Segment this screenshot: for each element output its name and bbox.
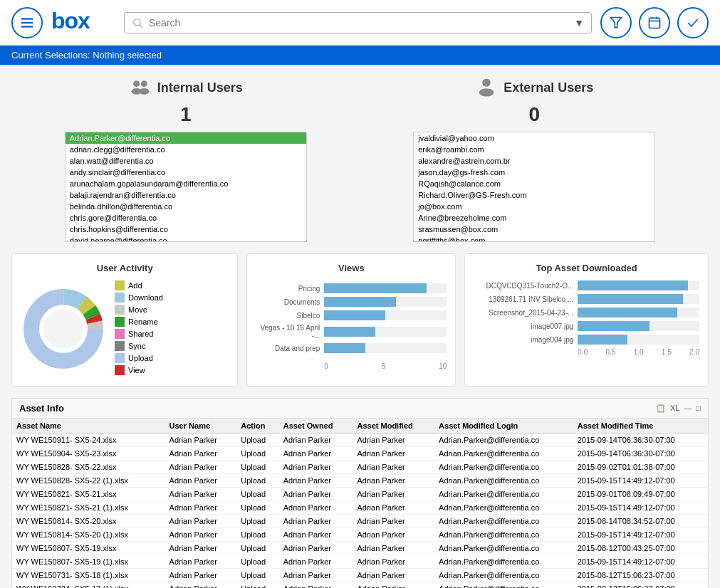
asset-bar-row: 1309261.71 INV Sibelco ... [474, 294, 699, 304]
table-row[interactable]: WY WE150904- SX5-23.xlsxAdrian ParkerUpl… [12, 447, 708, 461]
list-item[interactable]: RQaqish@calance.com [414, 178, 654, 189]
list-item[interactable]: adrian.clegg@differentia.co [66, 144, 306, 155]
table-cell: WY WE150724- SX5-17 (1).xlsx [12, 582, 165, 589]
menu-button[interactable] [11, 7, 43, 38]
asset-bar-label: DCQVCDQ315-Touch2-O... [474, 282, 573, 290]
legend-item: Move [115, 305, 163, 315]
asset-bar-track [578, 335, 699, 345]
confirm-button[interactable] [677, 7, 709, 38]
table-cell: Adrian Parker [353, 555, 435, 569]
table-row[interactable]: WY WE150911- SX5-24.xlsxAdrian ParkerUpl… [12, 434, 708, 447]
asset-bar-fill [578, 335, 627, 345]
svg-point-11 [133, 80, 140, 87]
control-minimize[interactable]: — [684, 404, 692, 413]
asset-bar-label: image007.jpg [474, 322, 573, 330]
table-row[interactable]: WY WE150807- SX5-19 (1).xlsxAdrian Parke… [12, 555, 708, 569]
table-row[interactable]: WY WE150828- SX5-22.xlsxAdrian ParkerUpl… [12, 461, 708, 474]
table-row[interactable]: WY WE150731- SX5-18 (1).xlsxAdrian Parke… [12, 569, 708, 582]
table-cell: Upload [236, 447, 279, 461]
donut-chart [21, 286, 106, 372]
search-bar: ▼ [124, 12, 592, 33]
table-cell: WY WE150807- SX5-19 (1).xlsx [12, 555, 165, 569]
list-item[interactable]: erika@roambi.com [414, 144, 654, 155]
external-users-header: External Users [475, 76, 593, 99]
table-cell: Adrian Parker [353, 542, 435, 555]
list-item[interactable]: david.pearce@differentia.co [66, 235, 306, 242]
list-item[interactable]: jvaldivial@yahoo.com [414, 132, 654, 144]
asset-table: Asset NameUser NameActionAsset OwnedAsse… [12, 419, 708, 588]
asset-info-section: Asset Info 📋 XL — □ Asset NameUser NameA… [11, 398, 709, 588]
table-row[interactable]: WY WE150807- SX5-19.xlsxAdrian ParkerUpl… [12, 542, 708, 555]
table-cell: Upload [236, 569, 279, 582]
search-dropdown-button[interactable]: ▼ [574, 17, 584, 28]
table-cell: 2015-09-14T06:36:30-07:00 [573, 434, 708, 447]
table-column-header: Asset Name [12, 419, 165, 434]
asset-bar-track [578, 280, 699, 290]
table-row[interactable]: WY WE150814- SX5-20.xlsxAdrian ParkerUpl… [12, 515, 708, 528]
legend-label: Add [128, 281, 142, 290]
bar-fill [324, 297, 395, 307]
legend-item: Sync [115, 341, 163, 351]
table-cell: Upload [236, 434, 279, 447]
table-cell: Adrian.Parker@differentia.co [434, 569, 573, 582]
table-row[interactable]: WY WE150821- SX5-21.xlsxAdrian ParkerUpl… [12, 488, 708, 501]
asset-bar-fill [578, 308, 677, 317]
list-item[interactable]: chris.gore@differentia.co [66, 212, 306, 224]
external-users-title: External Users [504, 80, 593, 95]
control-icon[interactable]: 📋 [656, 404, 666, 413]
table-cell: 2015-08-14T08:34:52-07:00 [573, 515, 708, 528]
table-cell: Upload [236, 501, 279, 515]
bar-label: Documents [256, 298, 320, 306]
list-item[interactable]: Richard.Oliver@GS-Fresh.com [414, 189, 654, 201]
legend-item: Upload [115, 353, 163, 363]
list-item[interactable]: jo@box.com [414, 201, 654, 212]
list-item[interactable]: balaji.rajendran@differentia.co [66, 189, 306, 201]
views-chart: Views Pricing Documents Sibelco Vegas - … [246, 253, 456, 387]
control-maximize[interactable]: □ [696, 404, 701, 413]
table-cell: Upload [236, 488, 279, 501]
list-item[interactable]: jason.day@gs-fresh.com [414, 167, 654, 178]
table-row[interactable]: WY WE150828- SX5-22 (1).xlsxAdrian Parke… [12, 474, 708, 488]
table-row[interactable]: WY WE150821- SX5-21 (1).xlsxAdrian Parke… [12, 501, 708, 515]
internal-users-count: 1 [180, 103, 192, 126]
table-cell: Adrian Parker [279, 501, 353, 515]
list-item[interactable]: srasmussen@box.com [414, 224, 654, 235]
list-item[interactable]: arunachalam.gopalasundaram@differentia.c… [66, 178, 306, 189]
status-text: Current Selections: Nothing selected [11, 50, 162, 61]
table-cell: WY WE150807- SX5-19.xlsx [12, 542, 165, 555]
list-item[interactable]: alexandre@astrein.com.br [414, 155, 654, 167]
list-item[interactable]: pgriffiths@box.com [414, 235, 654, 242]
calendar-button[interactable] [639, 7, 670, 38]
list-item[interactable]: chris.hopkins@differentia.co [66, 224, 306, 235]
external-users-list[interactable]: jvaldivial@yahoo.comerika@roambi.comalex… [413, 132, 655, 242]
legend-label: View [128, 366, 145, 374]
asset-info-controls[interactable]: 📋 XL — □ [656, 404, 701, 413]
list-item[interactable]: Adrian.Parker@differentia.co [66, 132, 306, 144]
control-xl[interactable]: XL [670, 404, 679, 413]
filter-button[interactable] [600, 7, 632, 38]
internal-users-icon [129, 76, 152, 99]
table-cell: Adrian.Parker@differentia.co [434, 515, 573, 528]
list-item[interactable]: Anne@breezeholme.com [414, 212, 654, 224]
internal-users-list[interactable]: Adrian.Parker@differentia.coadrian.clegg… [65, 132, 307, 242]
svg-line-5 [140, 25, 142, 28]
table-column-header: Asset Modified Login [434, 419, 573, 434]
table-cell: WY WE150828- SX5-22.xlsx [12, 461, 165, 474]
table-cell: Adrian Parker [279, 569, 353, 582]
charts-section: User Activity AddDownloadMoveRenameShare… [11, 253, 709, 387]
table-cell: Adrian Parker [165, 474, 237, 488]
legend-color-swatch [115, 365, 125, 375]
table-cell: Adrian.Parker@differentia.co [434, 582, 573, 589]
list-item[interactable]: alan.watt@differentia.co [66, 155, 306, 167]
table-cell: Adrian Parker [353, 501, 435, 515]
table-cell: Adrian Parker [279, 488, 353, 501]
list-item[interactable]: andy.sinclair@differentia.co [66, 167, 306, 178]
asset-table-head: Asset NameUser NameActionAsset OwnedAsse… [12, 419, 708, 434]
table-row[interactable]: WY WE150724- SX5-17 (1).xlsxAdrian Parke… [12, 582, 708, 589]
table-cell: Upload [236, 555, 279, 569]
asset-bar-label: image004.jpg [474, 336, 573, 344]
search-input[interactable] [149, 17, 568, 28]
asset-bar-fill [578, 321, 649, 331]
table-row[interactable]: WY WE150814- SX5-20 (1).xlsxAdrian Parke… [12, 528, 708, 542]
list-item[interactable]: belinda.dhillon@differentia.co [66, 201, 306, 212]
